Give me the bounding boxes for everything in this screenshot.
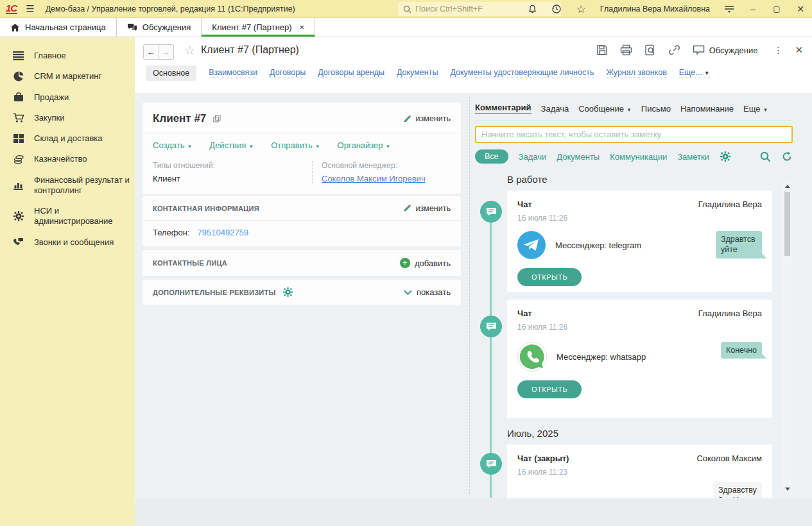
show-additional-link[interactable]: показать bbox=[404, 287, 451, 297]
feed-item-title: Чат (закрыт) bbox=[517, 454, 569, 463]
relation-type-value: Клиент bbox=[153, 174, 312, 183]
tab-close-icon[interactable]: × bbox=[300, 22, 305, 32]
cart-icon bbox=[12, 113, 24, 123]
service-menu-icon[interactable] bbox=[723, 4, 734, 15]
1c-logo: 1С bbox=[6, 3, 17, 14]
form-tab-more[interactable]: Еще...▼ bbox=[679, 68, 710, 78]
sidebar-item-main[interactable]: Главное bbox=[0, 46, 135, 66]
forward-button[interactable]: → bbox=[159, 45, 173, 59]
close-window-button[interactable]: ✕ bbox=[795, 4, 806, 14]
tab-task[interactable]: Задача bbox=[541, 104, 569, 114]
favorites-star-icon[interactable]: ☆ bbox=[576, 4, 587, 15]
feed-item-chat-telegram[interactable]: Чат Гладилина Вера 16 июля 11:26 Мессенд… bbox=[507, 191, 772, 292]
tab-home[interactable]: Начальная страница bbox=[0, 18, 117, 37]
form-tab-documents[interactable]: Документы bbox=[397, 68, 438, 78]
form-tab-identity-documents[interactable]: Документы удостоверяющие личность bbox=[450, 68, 594, 78]
tab-more[interactable]: Еще▼ bbox=[743, 104, 768, 114]
tab-message[interactable]: Сообщение▼ bbox=[578, 104, 632, 114]
filter-documents[interactable]: Документы bbox=[557, 152, 600, 162]
chevron-down-icon bbox=[404, 290, 412, 295]
telegram-icon bbox=[517, 231, 546, 259]
sidebar-item-crm[interactable]: CRM и маркетинг bbox=[0, 66, 135, 87]
feed-item-datetime: 16 июля 11:26 bbox=[517, 323, 762, 332]
tab-comment[interactable]: Комментарий bbox=[475, 103, 531, 114]
sidebar-item-sales[interactable]: Продажи bbox=[0, 87, 135, 108]
chat-message-bubble: Здравтсвуйте bbox=[716, 231, 762, 259]
edit-client-link[interactable]: изменить bbox=[402, 114, 451, 124]
tab-home-label: Начальная страница bbox=[25, 22, 106, 32]
gear-icon[interactable] bbox=[283, 287, 293, 297]
filter-all[interactable]: Все bbox=[475, 149, 508, 164]
coins-icon bbox=[12, 155, 24, 164]
tab-client-7[interactable]: Клиент #7 (Партнер) × bbox=[202, 18, 315, 37]
search-placeholder: Поиск Ctrl+Shift+F bbox=[415, 4, 483, 13]
feed-item-chat-closed[interactable]: Чат (закрыт) Соколов Максим 16 июля 11:2… bbox=[507, 445, 772, 498]
back-button[interactable]: ← bbox=[144, 45, 159, 59]
note-input[interactable] bbox=[475, 126, 793, 143]
sidebar-item-warehouse[interactable]: Склад и доставка bbox=[0, 128, 135, 149]
filter-notes[interactable]: Заметки bbox=[677, 152, 709, 162]
preview-icon[interactable] bbox=[644, 44, 656, 56]
favorite-star-icon[interactable]: ☆ bbox=[184, 43, 195, 58]
close-form-icon[interactable]: ✕ bbox=[795, 44, 803, 56]
form-tab-call-log[interactable]: Журнал звонков bbox=[606, 68, 666, 78]
tab-discussions[interactable]: Обсуждения bbox=[117, 18, 202, 37]
bar-chart-icon bbox=[12, 181, 24, 190]
notifications-bell-icon[interactable] bbox=[527, 4, 538, 15]
current-user-name[interactable]: Гладилина Вера Михайловна bbox=[600, 4, 710, 13]
tab-reminder[interactable]: Напоминание bbox=[680, 104, 734, 114]
send-menu-button[interactable]: Отправить▼ bbox=[271, 140, 320, 150]
feed-scrollbar[interactable] bbox=[783, 182, 791, 494]
app-title: Демо-база / Управление торговлей, редакц… bbox=[46, 4, 295, 13]
link-icon[interactable] bbox=[668, 44, 680, 56]
actions-menu-button[interactable]: Действия▼ bbox=[209, 140, 254, 150]
print-icon[interactable] bbox=[620, 44, 632, 56]
filter-settings-gear-icon[interactable] bbox=[720, 151, 731, 162]
form-tab-main[interactable]: Основное bbox=[146, 65, 196, 81]
open-chat-button[interactable]: ОТКРЫТЬ bbox=[517, 380, 582, 398]
form-tab-contracts[interactable]: Договоры bbox=[270, 68, 306, 78]
sidebar-item-calls[interactable]: Звонки и сообщения bbox=[0, 232, 135, 253]
copy-icon[interactable] bbox=[213, 115, 221, 123]
client-summary-column: Клиент #7 изменить Создать▼ Действия▼ bbox=[143, 103, 461, 305]
feed-item-chat-whatsapp[interactable]: Чат Гладилина Вера 16 июля 11:26 Мессенд… bbox=[507, 300, 772, 418]
filter-communications[interactable]: Коммуникации bbox=[610, 152, 667, 162]
history-icon[interactable] bbox=[551, 4, 562, 15]
tab-letter[interactable]: Письмо bbox=[641, 104, 671, 114]
feed-search-icon[interactable] bbox=[759, 151, 771, 162]
organizer-menu-button[interactable]: Органайзер▼ bbox=[338, 140, 391, 150]
add-contact-person-link[interactable]: + добавить bbox=[400, 258, 451, 268]
filter-tasks[interactable]: Задачи bbox=[519, 152, 547, 162]
chevron-down-icon: ▼ bbox=[315, 144, 320, 149]
interaction-panel: Комментарий Задача Сообщение▼ Письмо Нап… bbox=[475, 103, 793, 498]
pencil-icon bbox=[402, 203, 412, 213]
form-content: Клиент #7 изменить Создать▼ Действия▼ bbox=[135, 93, 812, 499]
sidebar-item-purchases[interactable]: Закупки bbox=[0, 108, 135, 128]
main-area: ← → ☆ Клиент #7 (Партнер) Обсуждение bbox=[135, 37, 812, 526]
more-actions-icon[interactable]: ⋮ bbox=[773, 45, 782, 55]
discussion-button[interactable]: Обсуждение bbox=[693, 45, 758, 55]
form-nav-tabs: Основное Взаимосвязи Договоры Договоры а… bbox=[146, 65, 806, 81]
create-menu-button[interactable]: Создать▼ bbox=[153, 140, 192, 150]
client-name: Клиент #7 bbox=[153, 112, 206, 125]
feed-item-datetime: 16 июля 11:26 bbox=[517, 214, 762, 223]
refresh-icon[interactable] bbox=[781, 151, 793, 162]
form-tab-lease-contracts[interactable]: Договоры аренды bbox=[318, 68, 384, 78]
scroll-down-arrow[interactable] bbox=[783, 485, 791, 494]
form-tab-relations[interactable]: Взаимосвязи bbox=[209, 68, 257, 78]
sidebar-item-finance[interactable]: Финансовый результат и контроллинг bbox=[0, 170, 135, 201]
scroll-up-arrow[interactable] bbox=[783, 182, 791, 191]
save-icon[interactable] bbox=[596, 44, 608, 56]
open-chat-button[interactable]: ОТКРЫТЬ bbox=[517, 268, 582, 286]
scrollbar-thumb[interactable] bbox=[784, 192, 790, 256]
timeline-feed: В работе Чат Гладилина Вера 16 июля 11:2… bbox=[475, 172, 793, 498]
edit-contact-info-link[interactable]: изменить bbox=[402, 203, 451, 213]
main-menu-icon[interactable]: ☰ bbox=[26, 3, 34, 15]
phone-value[interactable]: 79510492759 bbox=[198, 228, 249, 237]
sidebar-item-treasury[interactable]: Казначейство bbox=[0, 149, 135, 169]
minimize-button[interactable]: – bbox=[748, 4, 758, 14]
contact-persons-title: КОНТАКТНЫЕ ЛИЦА bbox=[153, 259, 227, 267]
maximize-button[interactable]: ▢ bbox=[772, 4, 782, 13]
manager-link[interactable]: Соколов Максим Игоревич bbox=[322, 174, 451, 183]
sidebar-item-admin[interactable]: НСИ и администрирование bbox=[0, 201, 135, 232]
